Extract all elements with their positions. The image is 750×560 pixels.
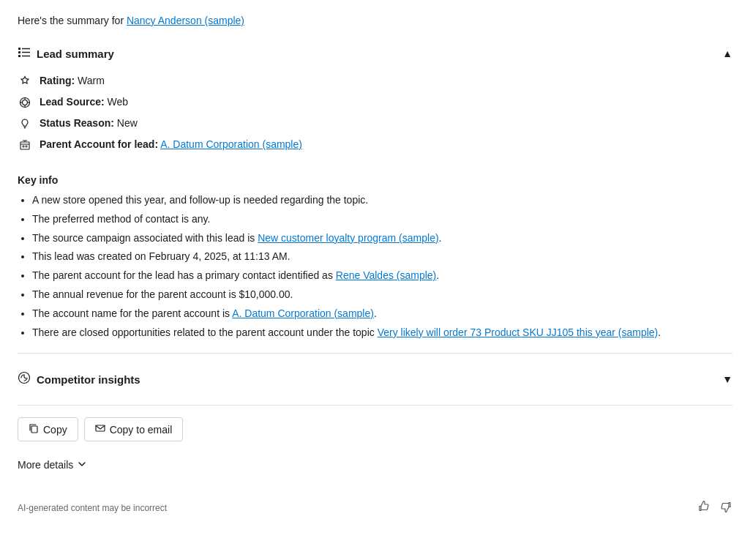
field-status-reason: Status Reason: New (18, 117, 732, 130)
target-icon (18, 97, 32, 108)
thumbs-up-icon[interactable] (697, 500, 710, 516)
section-divider (18, 353, 732, 354)
field-lead-source-value: Web (108, 96, 129, 108)
copy-label: Copy (43, 424, 67, 436)
copy-to-email-button[interactable]: Copy to email (84, 417, 184, 441)
lead-summary-chevron: ▲ (722, 48, 732, 59)
intro-line: Here's the summary for Nancy Anderson (s… (18, 15, 732, 26)
field-lead-source-label: Lead Source: (40, 96, 105, 108)
bulb-icon (18, 118, 32, 130)
field-parent-account-content: Parent Account for lead: A. Datum Corpor… (40, 138, 302, 150)
field-rating: Rating: Warm (18, 75, 732, 87)
competitor-insights-section-header[interactable]: Competitor insights ▼ (18, 362, 732, 396)
parent-account-link[interactable]: A. Datum Corporation (sample) (160, 138, 302, 150)
svg-rect-0 (18, 48, 20, 50)
action-buttons: Copy Copy to email (18, 417, 732, 441)
list-item: The account name for the parent account … (32, 305, 732, 323)
ai-disclaimer: AI-generated content may be incorrect (18, 503, 167, 513)
field-rating-content: Rating: Warm (40, 75, 105, 86)
svg-rect-1 (18, 51, 20, 53)
list-item: A new store opened this year, and follow… (32, 192, 732, 209)
lead-summary-icon (18, 45, 31, 61)
building-icon (18, 139, 32, 151)
list-item: The annual revenue for the parent accoun… (32, 286, 732, 304)
key-info-list: A new store opened this year, and follow… (18, 192, 732, 341)
opportunity-link[interactable]: Very likely will order 73 Product SKU JJ… (378, 326, 659, 338)
lead-summary-header-left: Lead summary (18, 45, 114, 61)
account-name-link[interactable]: A. Datum Corporation (sample) (232, 307, 374, 319)
more-details-toggle[interactable]: More details (18, 453, 732, 477)
svg-rect-14 (20, 142, 29, 149)
person-link[interactable]: Nancy Anderson (sample) (127, 15, 244, 26)
more-details-chevron (78, 459, 86, 471)
lead-fields: Rating: Warm Lead Source: Web (18, 69, 732, 168)
field-status-reason-content: Status Reason: New (40, 117, 138, 129)
lead-summary-section-header[interactable]: Lead summary ▲ (18, 38, 732, 69)
field-rating-value: Warm (78, 75, 105, 86)
competitor-insights-title: Competitor insights (37, 373, 140, 386)
copy-icon (29, 423, 39, 436)
svg-point-20 (19, 373, 30, 384)
section-divider-2 (18, 405, 732, 406)
svg-rect-21 (31, 426, 37, 433)
campaign-link[interactable]: New customer loyalty program (sample) (258, 232, 438, 244)
field-parent-account: Parent Account for lead: A. Datum Corpor… (18, 138, 732, 151)
field-lead-source-content: Lead Source: Web (40, 96, 128, 108)
star-icon (18, 75, 32, 87)
footer-bar: AI-generated content may be incorrect (18, 494, 732, 516)
more-details-label: More details (18, 459, 73, 471)
svg-rect-2 (18, 55, 20, 57)
svg-point-7 (23, 100, 28, 105)
field-parent-account-label: Parent Account for lead: (40, 138, 158, 150)
list-item: The parent account for the lead has a pr… (32, 267, 732, 285)
field-status-reason-value: New (117, 117, 138, 129)
key-info-section: Key info A new store opened this year, a… (18, 174, 732, 341)
field-rating-label: Rating: (40, 75, 75, 86)
email-icon (95, 423, 105, 436)
intro-text: Here's the summary for (18, 15, 127, 26)
competitor-icon (18, 371, 31, 387)
field-status-reason-label: Status Reason: (40, 117, 114, 129)
svg-rect-16 (23, 146, 24, 147)
svg-rect-17 (26, 146, 27, 147)
lead-summary-title: Lead summary (37, 48, 114, 60)
feedback-icons (697, 500, 732, 516)
key-info-title: Key info (18, 174, 732, 186)
list-item: The preferred method of contact is any. (32, 211, 732, 228)
copy-button[interactable]: Copy (18, 417, 78, 441)
list-item: The source campaign associated with this… (32, 230, 732, 247)
list-item: This lead was created on February 4, 202… (32, 248, 732, 266)
competitor-insights-chevron: ▼ (722, 373, 732, 385)
thumbs-down-icon[interactable] (719, 500, 732, 516)
field-lead-source: Lead Source: Web (18, 96, 732, 108)
list-item: There are closed opportunities related t… (32, 324, 732, 342)
copy-to-email-label: Copy to email (110, 424, 173, 436)
competitor-header-left: Competitor insights (18, 371, 140, 387)
contact-link[interactable]: Rene Valdes (sample) (336, 269, 436, 281)
